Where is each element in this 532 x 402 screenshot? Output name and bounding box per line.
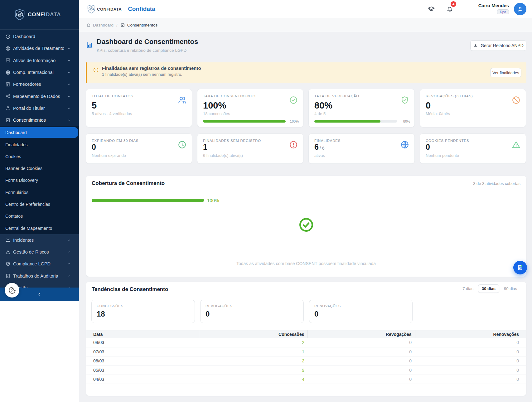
kpi-subtext: ativas [314,153,325,158]
sidebar-item-atividades-de-tratamento[interactable]: Atividades de Tratamento [0,42,79,54]
generate-anpd-report-button[interactable]: Gerar Relatório ANPD [470,40,526,51]
globe-blue-icon [400,140,409,149]
stat-value: 0 [314,310,318,318]
sidebar-subitem-banner-de-cookies[interactable]: Banner de Cookies [0,162,79,174]
academy-icon[interactable] [428,5,435,13]
sidebar-item-comp-internacional[interactable]: Comp. Internacional [0,66,79,78]
bar-chart-icon [86,41,94,49]
kpi-value: 6/ 6 [314,143,324,152]
table-cell: 1 [199,347,307,356]
header-brand[interactable]: CONFIDATA Confidata [86,0,155,18]
report-fab-button[interactable] [513,261,527,274]
view-purposes-button[interactable]: Ver finalidades [490,68,521,77]
breadcrumb-current: Consentimentos [127,23,158,27]
table-cell: 06/03 [86,356,199,366]
download-icon [473,43,478,48]
breadcrumb: Dashboard / Consentimentos [86,18,157,32]
table-cell: 04/03 [86,375,199,384]
kpi-card-taxa-de-consentimento: TAXA DE CONSENTIMENTO100%18 concessões10… [197,89,303,127]
sidebar-logo[interactable]: CONFIDATA [0,0,79,30]
kpi-value: 0 [92,143,96,152]
trend-stat-renovacoes: RENOVAÇÕES0 [309,300,413,323]
sidebar-item-mapeamento-de-dados[interactable]: Mapeamento de Dados [0,90,79,102]
sidebar-item-incidentes[interactable]: Incidentes [0,234,79,246]
sidebar-subitem-dashboard[interactable]: Dashboard [0,127,78,138]
kpi-card-finalidades: FINALIDADES6/ 6ativas [308,133,415,164]
user-info[interactable]: Cairo Mendes Dpo [478,3,509,14]
sidebar-subitem-central-de-mapeamento[interactable]: Central de Mapeamento [0,222,79,234]
top-header: CONFIDATA Confidata 4 Cairo Mendes Dpo [79,0,532,18]
kpi-subtext: 18 concessões [203,111,230,116]
table-cell: 0 [415,366,526,375]
cookie-icon [8,286,16,294]
sidebar-subitem-finalidades[interactable]: Finalidades [0,138,79,150]
warn-triangle-icon [511,140,521,149]
sidebar-item-consentimentos[interactable]: Consentimentos [0,114,79,126]
tab-7-dias[interactable]: 7 dias [459,285,477,293]
report-button-label: Gerar Relatório ANPD [481,43,524,48]
sidebar-item-compliance-lgpd[interactable]: Compliance LGPD [0,258,79,270]
check-square-icon [5,118,11,123]
table-cell: 2 [199,338,307,347]
avatar[interactable] [514,3,526,15]
breadcrumb-separator: / [116,23,118,27]
trends-title: Tendências de Consentimento [92,286,168,293]
table-cell: 0 [307,356,415,366]
brand-wordmark: CONFIDATA [97,7,122,12]
sidebar-subitem-cookies[interactable]: Cookies [0,151,79,162]
divider [86,191,526,191]
warning-banner: Finalidades sem registros de consentimen… [86,62,526,83]
table-cell: 0 [307,366,415,375]
kpi-value: 5 [92,100,97,111]
user-role-badge: Dpo [497,9,509,14]
table-cell: 0 [415,338,526,347]
sidebar-subitem-centro-de-preferencias[interactable]: Centro de Preferências [0,198,79,210]
confidata-app: CONFIDATA Confidata 4 Cairo Mendes Dpo D… [0,0,532,402]
sidebar-item-ativos-de-informacao[interactable]: Ativos de Informação [0,55,79,66]
shield-check-icon [400,95,409,105]
table-cell: 0 [415,347,526,356]
trend-stat-concessoes: CONCESSÕES18 [91,300,195,323]
coverage-message: Todas as atividades com base CONSENT pos… [86,261,526,266]
user-name: Cairo Mendes [478,3,509,8]
sidebar-subitem-contatos[interactable]: Contatos [0,210,79,222]
sidebar-item-dashboard[interactable]: Dashboard [0,31,79,42]
slash-circle-icon [511,95,521,105]
cookie-settings-button[interactable] [5,283,19,298]
breadcrumb-dashboard[interactable]: Dashboard [93,23,114,27]
table-cell: 08/03 [86,338,199,347]
sidebar-subitem-formularios[interactable]: Formulários [0,186,79,198]
chevron-down-icon [67,70,71,74]
sidebar-nav: DashboardAtividades de TratamentoAtivos … [0,30,79,308]
kpi-value: 100% [203,100,226,111]
sidebar-item-gestao-de-riscos[interactable]: Gestão de Riscos [0,246,79,258]
coverage-progress-label: 100% [207,198,219,203]
tab-30-dias[interactable]: 30 dias [478,284,499,293]
consentimentos-submenu: DashboardFinalidadesCookiesBanner de Coo… [0,126,79,234]
table-cell: 0 [307,347,415,356]
users-icon [177,95,187,105]
user-circle-icon [5,46,11,51]
table-cell: 0 [307,338,415,347]
kpi-value: 80% [314,100,332,111]
chevron-down-icon [67,106,71,110]
alert-circle-icon [289,140,298,149]
sidebar-item-fornecedores[interactable]: Fornecedores [0,78,79,90]
sidebar: CONFIDATA DashboardAtividades de Tratame… [0,0,79,301]
clock-icon [177,140,187,149]
chevron-left-icon [37,292,42,297]
home-icon [86,23,91,27]
sidebar-item-trabalhos-de-auditoria[interactable]: Trabalhos de Auditoria [0,270,79,282]
trends-card: Tendências de Consentimento 7 dias30 dia… [86,282,526,396]
table-cell: 07/03 [86,347,199,356]
kpi-value: 0 [426,143,430,152]
sidebar-item-portal-do-titular[interactable]: Portal do Titular [0,102,79,114]
kpi-card-cookies-pendentes: COOKIES PENDENTES0Nenhum pendente [420,133,526,164]
kpi-label: FINALIDADES SEM REGISTRO [203,139,261,143]
kpi-label: TOTAL DE CONTATOS [92,94,133,98]
kpi-progress-bar: 100% [203,119,299,123]
kpi-value: 1 [203,143,207,152]
page-title: Dashboard de Consentimentos [97,38,198,46]
sidebar-subitem-forms-discovery[interactable]: Forms Discovery [0,174,79,186]
tab-90-dias[interactable]: 90 dias [501,285,520,293]
